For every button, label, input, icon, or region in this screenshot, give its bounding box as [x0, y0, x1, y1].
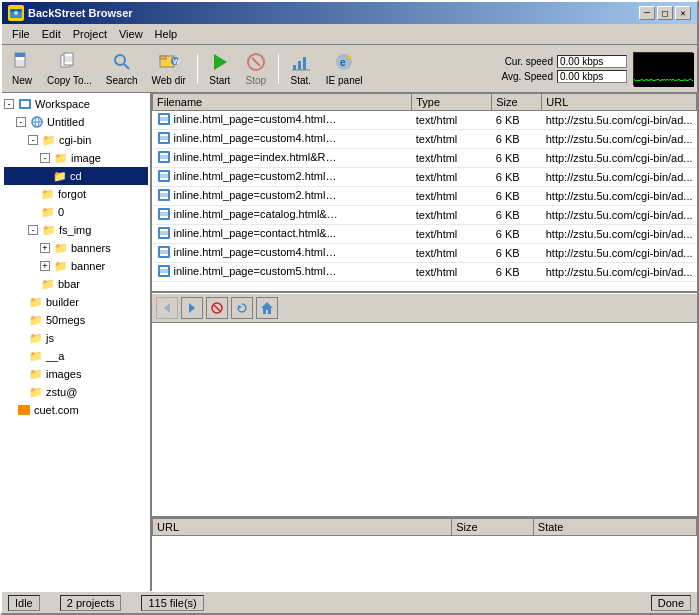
file-table: Filename Type Size URL	[152, 93, 697, 282]
status-files: 115 file(s)	[141, 595, 203, 611]
cell-filename: inline.html_page=custom5.html&...	[153, 263, 412, 282]
bottom-header: URL Size State	[153, 519, 697, 536]
cell-size: 6 KB	[492, 187, 542, 206]
banner-expand[interactable]: +	[40, 261, 50, 271]
0-label: 0	[58, 206, 64, 218]
col-filename[interactable]: Filename	[153, 94, 412, 111]
cgibin-expand[interactable]: -	[28, 135, 38, 145]
tree-bbar[interactable]: 📁 bbar	[4, 275, 148, 293]
minimize-button[interactable]: ─	[639, 6, 655, 20]
close-button[interactable]: ✕	[675, 6, 691, 20]
table-row[interactable]: inline.html_page=custom4.html&... text/h…	[153, 130, 697, 149]
tree-cuet[interactable]: cuet.com	[4, 401, 148, 419]
new-button[interactable]: New	[6, 48, 38, 89]
file-list[interactable]: Filename Type Size URL	[152, 93, 697, 293]
cell-type: text/html	[412, 130, 492, 149]
tree-forgot[interactable]: 📁 forgot	[4, 185, 148, 203]
tree-cd[interactable]: 📁 cd	[4, 167, 148, 185]
tree-banner[interactable]: + 📁 banner	[4, 257, 148, 275]
iepanel-icon: e	[333, 51, 355, 73]
search-icon	[111, 51, 133, 73]
start-icon	[209, 51, 231, 73]
cur-speed-row: Cur. speed 0.00 kbps	[483, 55, 627, 68]
tree-cgi-bin[interactable]: - 📁 cgi-bin	[4, 131, 148, 149]
search-label: Search	[106, 75, 138, 86]
app-icon	[8, 5, 24, 21]
svg-text:W: W	[173, 58, 180, 65]
svg-marker-19	[214, 54, 227, 70]
table-row[interactable]: inline.html_page=contact.html&... text/h…	[153, 225, 697, 244]
table-row[interactable]: inline.html_page=custom5.html&... text/h…	[153, 263, 697, 282]
file-table-header: Filename Type Size URL	[153, 94, 697, 111]
images-label: images	[46, 368, 81, 380]
tree-images[interactable]: 📁 images	[4, 365, 148, 383]
fsimg-expand[interactable]: -	[28, 225, 38, 235]
menu-view[interactable]: View	[113, 26, 149, 42]
tree-0[interactable]: 📁 0	[4, 203, 148, 221]
browser-refresh-button[interactable]	[231, 297, 253, 319]
builder-label: builder	[46, 296, 79, 308]
table-row[interactable]: inline.html_page=index.html&Rtti... text…	[153, 149, 697, 168]
tree-fsimg[interactable]: - 📁 fs_img	[4, 221, 148, 239]
table-row[interactable]: inline.html_page=custom4.html&... text/h…	[153, 111, 697, 130]
untitled-expand[interactable]: -	[16, 117, 26, 127]
table-row[interactable]: inline.html_page=catalog.html&R... text/…	[153, 206, 697, 225]
menu-help[interactable]: Help	[149, 26, 184, 42]
status-done-value: Done	[658, 597, 684, 609]
browser-area[interactable]	[152, 323, 697, 516]
tree-untitled[interactable]: - Untitled	[4, 113, 148, 131]
zstu-folder-icon: 📁	[28, 384, 44, 400]
bottom-col-state[interactable]: State	[533, 519, 696, 536]
col-size[interactable]: Size	[492, 94, 542, 111]
cell-type: text/html	[412, 149, 492, 168]
tree-workspace[interactable]: - Workspace	[4, 95, 148, 113]
start-button[interactable]: Start	[204, 48, 236, 89]
webdir-label: Web dir	[152, 75, 186, 86]
menu-project[interactable]: Project	[67, 26, 113, 42]
col-type[interactable]: Type	[412, 94, 492, 111]
table-row[interactable]: inline.html_page=custom4.html&... text/h…	[153, 244, 697, 263]
bottom-col-size[interactable]: Size	[452, 519, 534, 536]
cell-filename: inline.html_page=index.html&Rtti...	[153, 149, 412, 168]
maximize-button[interactable]: □	[657, 6, 673, 20]
images-folder-icon: 📁	[28, 366, 44, 382]
table-row[interactable]: inline.html_page=custom2.html&... text/h…	[153, 168, 697, 187]
stop-button[interactable]: Stop	[240, 48, 272, 89]
forward-button[interactable]	[181, 297, 203, 319]
tree-a[interactable]: 📁 __a	[4, 347, 148, 365]
webdir-button[interactable]: W Web dir	[147, 48, 191, 89]
tree-js[interactable]: 📁 js	[4, 329, 148, 347]
builder-folder-icon: 📁	[28, 294, 44, 310]
banners-expand[interactable]: +	[40, 243, 50, 253]
file-list-body: inline.html_page=custom4.html&... text/h…	[153, 111, 697, 282]
tree-banners[interactable]: + 📁 banners	[4, 239, 148, 257]
iepanel-button[interactable]: e IE panel	[321, 48, 368, 89]
browser-stop-button[interactable]	[206, 297, 228, 319]
cell-url: http://zstu.5u.com/cgi-bin/ad...	[542, 206, 697, 225]
bottom-panel: URL Size State	[152, 516, 697, 591]
stat-button[interactable]: Stat.	[285, 48, 317, 89]
home-button[interactable]	[256, 297, 278, 319]
copy-button[interactable]: Copy To...	[42, 48, 97, 89]
forgot-folder-icon: 📁	[40, 186, 56, 202]
fsimg-label: fs_img	[59, 224, 91, 236]
tree-image[interactable]: - 📁 image	[4, 149, 148, 167]
image-expand[interactable]: -	[40, 153, 50, 163]
tree-builder[interactable]: 📁 builder	[4, 293, 148, 311]
cell-size: 6 KB	[492, 225, 542, 244]
workspace-expand[interactable]: -	[4, 99, 14, 109]
tree-panel[interactable]: - Workspace -	[2, 93, 152, 591]
search-button[interactable]: Search	[101, 48, 143, 89]
back-button[interactable]	[156, 297, 178, 319]
cuet-label: cuet.com	[34, 404, 79, 416]
table-row[interactable]: inline.html_page=custom2.html&... text/h…	[153, 187, 697, 206]
tree-50megs[interactable]: 📁 50megs	[4, 311, 148, 329]
menu-edit[interactable]: Edit	[36, 26, 67, 42]
bottom-col-url[interactable]: URL	[153, 519, 452, 536]
svg-marker-72	[189, 303, 195, 313]
tree-zstu[interactable]: 📁 zstu@	[4, 383, 148, 401]
cell-type: text/html	[412, 187, 492, 206]
col-url[interactable]: URL	[542, 94, 697, 111]
cd-folder-icon: 📁	[52, 168, 68, 184]
menu-file[interactable]: File	[6, 26, 36, 42]
